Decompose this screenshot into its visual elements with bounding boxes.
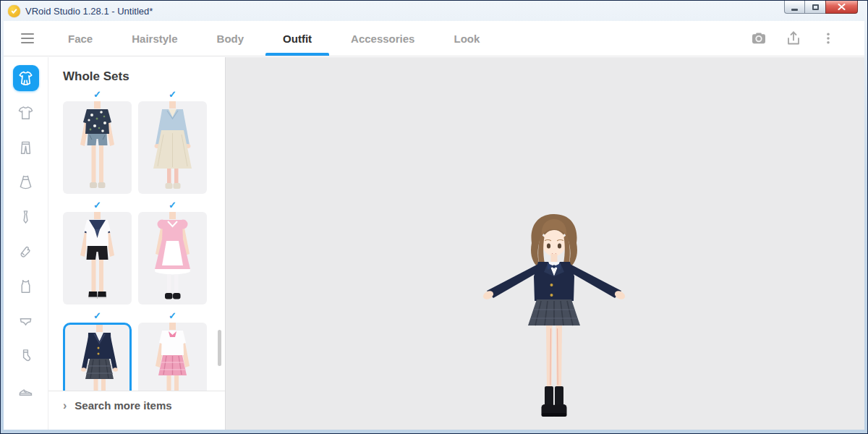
- nav-actions: [750, 21, 837, 56]
- item-checkmark-icon: ✓: [138, 200, 207, 212]
- outfit-item-maid-dress[interactable]: [138, 212, 207, 305]
- category-rail: [4, 57, 48, 430]
- maximize-icon: [812, 4, 819, 10]
- window-controls: [784, 1, 858, 14]
- underwear-icon[interactable]: [13, 308, 39, 334]
- list-item: ✓: [63, 90, 132, 194]
- item-checkmark-icon: ✓: [138, 311, 207, 323]
- items-panel: Whole Sets ✓: [48, 57, 226, 430]
- vroid-logo-icon: [8, 5, 20, 17]
- item-checkmark-icon: ✓: [63, 200, 132, 212]
- outfit-item-tropical-shirt[interactable]: [63, 101, 132, 194]
- tops-icon[interactable]: [13, 100, 39, 126]
- app-content: Face Hairstyle Body Outfit Accessories L…: [4, 21, 864, 430]
- window-title: VRoid Studio 1.28.1 - Untitled*: [25, 6, 153, 17]
- list-item: ✓: [138, 200, 207, 305]
- bottoms-icon[interactable]: [13, 135, 39, 161]
- tab-face[interactable]: Face: [48, 21, 112, 56]
- tab-accessories[interactable]: Accessories: [331, 21, 434, 56]
- list-item: ✓: [138, 90, 207, 194]
- socks-icon[interactable]: [13, 343, 39, 369]
- outfit-item-pink-skirt[interactable]: [138, 323, 207, 391]
- gloves-icon[interactable]: [13, 239, 39, 265]
- close-button[interactable]: [825, 1, 858, 14]
- main-area: Whole Sets ✓: [4, 57, 864, 430]
- navbar: Face Hairstyle Body Outfit Accessories L…: [4, 21, 864, 56]
- tab-bar: Face Hairstyle Body Outfit Accessories L…: [48, 21, 499, 56]
- tab-hairstyle[interactable]: Hairstyle: [112, 21, 197, 56]
- minimize-icon: [791, 9, 798, 11]
- outfit-item-denim-jacket[interactable]: [138, 101, 207, 194]
- minimize-button[interactable]: [784, 1, 805, 14]
- kebab-menu-icon[interactable]: [820, 30, 837, 47]
- item-checkmark-icon: ✓: [63, 311, 132, 323]
- hamburger-icon[interactable]: [21, 33, 34, 43]
- item-checkmark-icon: ✓: [138, 90, 207, 101]
- character-model[interactable]: [475, 210, 634, 423]
- items-scroll-area: Whole Sets ✓: [48, 57, 225, 391]
- list-item: ✓: [63, 311, 132, 391]
- item-checkmark-icon: ✓: [63, 90, 132, 101]
- list-item: ✓: [138, 311, 207, 391]
- tab-outfit[interactable]: Outfit: [263, 21, 331, 56]
- outfit-item-sailor-uniform[interactable]: [63, 212, 132, 305]
- search-more-label: Search more items: [75, 399, 171, 412]
- neckwear-icon[interactable]: [13, 204, 39, 230]
- export-icon[interactable]: [785, 30, 802, 47]
- app-window: VRoid Studio 1.28.1 - Untitled* Face Hai…: [0, 0, 868, 434]
- search-more-items[interactable]: › Search more items: [48, 391, 225, 430]
- dress-icon[interactable]: [13, 169, 39, 195]
- items-grid: ✓: [63, 90, 225, 391]
- maximize-button[interactable]: [805, 1, 825, 14]
- whole-sets-icon[interactable]: [13, 65, 39, 91]
- tab-body[interactable]: Body: [197, 21, 264, 56]
- panel-scrollbar[interactable]: [218, 330, 221, 366]
- titlebar[interactable]: VRoid Studio 1.28.1 - Untitled*: [1, 1, 867, 21]
- list-item: ✓: [63, 200, 132, 305]
- panel-title: Whole Sets: [63, 69, 225, 84]
- close-icon: [838, 4, 846, 10]
- 3d-viewport[interactable]: [226, 57, 864, 430]
- chevron-right-icon: ›: [63, 399, 67, 412]
- outfit-item-navy-blazer[interactable]: [63, 323, 132, 391]
- tab-look[interactable]: Look: [434, 21, 499, 56]
- camera-icon[interactable]: [750, 30, 767, 47]
- shoes-icon[interactable]: [13, 378, 39, 404]
- innerwear-icon[interactable]: [13, 273, 39, 299]
